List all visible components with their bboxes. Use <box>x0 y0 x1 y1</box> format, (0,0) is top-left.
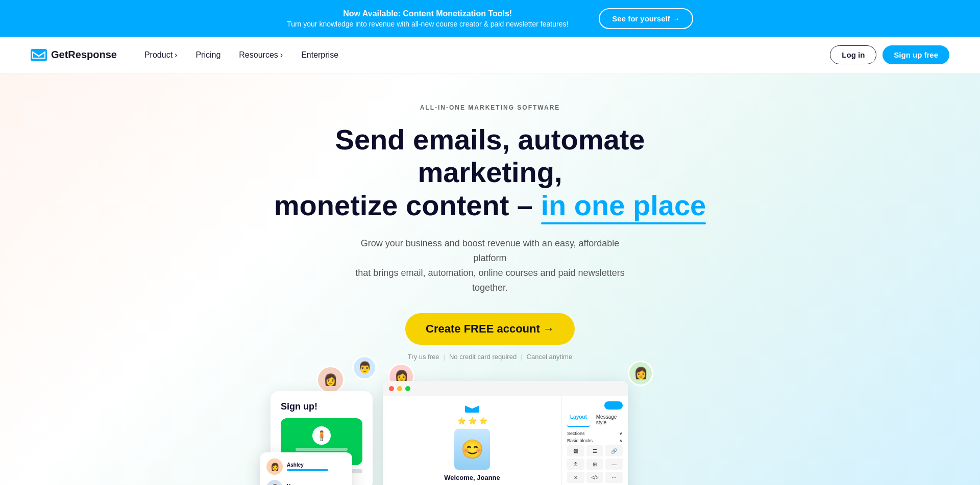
titlebar-dot-green <box>405 386 410 391</box>
logo[interactable]: GetResponse <box>31 49 117 61</box>
hero-title: Send emails, automate marketing, monetiz… <box>260 123 720 222</box>
banner-title: Now Available: Content Monetization Tool… <box>287 9 568 18</box>
top-banner: Now Available: Content Monetization Tool… <box>0 0 980 37</box>
trust-item-2: No credit card required <box>449 353 517 361</box>
signup-illustration: 🧍 <box>312 426 331 445</box>
navbar: GetResponse Product › Pricing Resources … <box>0 37 980 73</box>
sections-label: Sections <box>567 431 585 436</box>
avatar-harvey: 👨 <box>266 480 283 485</box>
hero-trust: Try us free | No credit card required | … <box>408 353 572 361</box>
block-icon-text[interactable]: ☰ <box>586 445 604 456</box>
logo-text: GetResponse <box>51 49 117 61</box>
email-builder-body: ⭐ ⭐ ⭐ 😊 Welcome, Joanne Layout <box>383 396 628 485</box>
person-preview: 😊 <box>454 429 490 470</box>
sidebar-icon-grid: 🖼 ☰ 🔗 ⏱ ⊞ — ✕ </> ⋯ <box>567 445 623 483</box>
sections-chevron: ∨ <box>619 431 623 436</box>
basic-blocks-chevron: ∧ <box>619 438 623 443</box>
trust-sep-1: | <box>444 353 445 361</box>
hero-title-highlight: in one place <box>541 189 706 221</box>
hero-image: 👩 👨 👩 👩 Sign up! 🧍 <box>0 381 980 485</box>
nav-item-pricing[interactable]: Pricing <box>188 46 228 64</box>
block-icon-extra[interactable]: ⋯ <box>605 472 623 483</box>
trust-item-1: Try us free <box>408 353 439 361</box>
person-name-ashley: Ashley <box>287 462 346 468</box>
hero-subtitle: Grow your business and boost revenue wit… <box>347 236 633 295</box>
banner-subtitle: Turn your knowledge into revenue with al… <box>287 20 568 28</box>
nav-links: Product › Pricing Resources › Enterprise <box>137 46 346 64</box>
hero-label: ALL-IN-ONE MARKETING SOFTWARE <box>420 104 560 111</box>
basic-blocks-label: Basic blocks <box>567 438 593 443</box>
person-row-ashley: 👩 Ashley <box>266 458 346 475</box>
hero-title-line1: Send emails, automate marketing, <box>335 123 645 188</box>
hero-section: ALL-IN-ONE MARKETING SOFTWARE Send email… <box>0 73 980 485</box>
sidebar-tab-layout[interactable]: Layout <box>567 413 590 427</box>
hero-cta-button[interactable]: Create FREE account → <box>405 313 575 345</box>
email-builder-card: ⭐ ⭐ ⭐ 😊 Welcome, Joanne Layout <box>383 381 628 485</box>
people-card: 👩 Ashley 👨 Harvey <box>260 452 352 485</box>
sidebar-action-btn <box>604 401 623 410</box>
email-builder-titlebar <box>383 381 628 396</box>
stars-row: ⭐ ⭐ ⭐ <box>457 417 487 425</box>
avatar-top-right2: 👩 <box>628 361 653 386</box>
trust-item-3: Cancel anytime <box>527 353 573 361</box>
nav-actions: Log in Sign up free <box>830 45 949 64</box>
nav-item-resources[interactable]: Resources › <box>232 46 290 64</box>
mock-screenshots: 👩 👨 👩 👩 Sign up! 🧍 <box>311 381 669 485</box>
email-sidebar: Layout Message style Sections ∨ Basic bl… <box>561 396 628 485</box>
avatar-ashley: 👩 <box>266 458 283 475</box>
titlebar-dot-red <box>389 386 394 391</box>
nav-item-product[interactable]: Product › <box>137 46 184 64</box>
sidebar-sections-row: Sections ∨ <box>567 431 623 436</box>
hero-title-line2: monetize content – <box>274 189 533 221</box>
nav-item-enterprise[interactable]: Enterprise <box>294 46 346 64</box>
email-preview: ⭐ ⭐ ⭐ 😊 Welcome, Joanne <box>383 396 561 485</box>
sidebar-top-btn-container <box>567 401 623 410</box>
person-info-ashley: Ashley <box>287 462 346 471</box>
avatar-top-center: 👨 <box>352 355 377 380</box>
block-icon-divider[interactable]: ⊞ <box>586 458 604 470</box>
avatar-top-left: 👩 <box>316 366 345 394</box>
person-bar-ashley <box>287 469 328 471</box>
welcome-text: Welcome, Joanne <box>444 474 500 481</box>
star-1: ⭐ <box>457 417 466 425</box>
login-button[interactable]: Log in <box>830 45 876 64</box>
signup-card-title: Sign up! <box>281 401 362 412</box>
email-icon <box>465 402 479 413</box>
signup-line-1 <box>296 448 348 451</box>
titlebar-dot-yellow <box>397 386 402 391</box>
sidebar-tab-message-style[interactable]: Message style <box>593 413 623 427</box>
star-3: ⭐ <box>479 417 487 425</box>
person-row-harvey: 👨 Harvey <box>266 480 346 485</box>
chevron-icon-2: › <box>280 50 283 60</box>
block-icon-social[interactable]: ✕ <box>567 472 584 483</box>
chevron-icon: › <box>175 50 177 60</box>
block-icon-hr[interactable]: — <box>605 458 623 470</box>
star-2: ⭐ <box>468 417 477 425</box>
sidebar-blocks-row: Basic blocks ∧ <box>567 438 623 443</box>
banner-cta-button[interactable]: See for yourself → <box>599 8 693 29</box>
logo-icon <box>31 49 47 61</box>
block-icon-timer[interactable]: ⏱ <box>567 458 584 470</box>
signup-button[interactable]: Sign up free <box>883 45 949 64</box>
sidebar-tabs: Layout Message style <box>567 413 623 427</box>
banner-text: Now Available: Content Monetization Tool… <box>287 9 568 28</box>
block-icon-image[interactable]: 🖼 <box>567 445 584 456</box>
trust-sep-2: | <box>521 353 522 361</box>
block-icon-link[interactable]: 🔗 <box>605 445 623 456</box>
block-icon-code[interactable]: </> <box>586 472 604 483</box>
